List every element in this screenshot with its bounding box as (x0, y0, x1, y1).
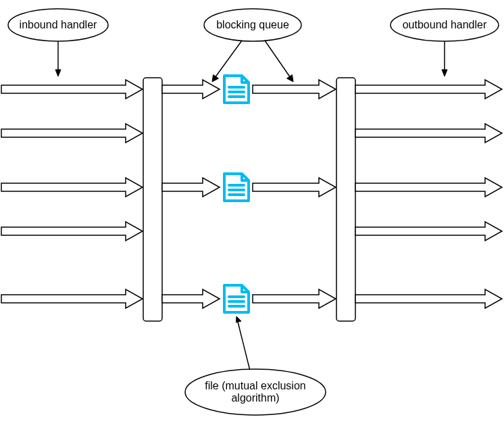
svg-line-20 (238, 322, 250, 370)
document-icon (224, 174, 249, 201)
svg-marker-10 (442, 70, 447, 76)
file-ellipse: file (mutual exclusion algorithm) (185, 369, 326, 415)
file-label-line2: algorithm) (231, 392, 279, 404)
outbound-handler-label: outbound handler (403, 19, 487, 30)
document-icon (224, 285, 249, 312)
connector-file (236, 316, 251, 370)
blocking-queue-ellipse: blocking queue (204, 9, 301, 41)
connector-inbound (55, 41, 61, 76)
document-icon (224, 76, 249, 103)
outbound-handler-ellipse: outbound handler (390, 9, 499, 41)
outbound-arrows (355, 80, 502, 308)
outbound-queue-rect (336, 78, 355, 321)
svg-marker-4 (55, 70, 61, 76)
connector-outbound (442, 41, 447, 76)
inbound-handler-ellipse: inbound handler (8, 9, 108, 41)
connector-blocking-right (265, 41, 293, 82)
svg-marker-8 (287, 75, 294, 82)
svg-line-5 (215, 41, 242, 78)
svg-marker-6 (212, 75, 219, 82)
inbound-queue-rect (143, 78, 162, 321)
inbound-handler-label: inbound handler (20, 19, 97, 30)
diagram: inbound handler blocking queue outbound … (0, 0, 504, 434)
file-label-line1: file (mutual exclusion (205, 380, 305, 391)
svg-line-7 (265, 41, 291, 78)
svg-marker-21 (236, 316, 242, 322)
inbound-arrows (1, 80, 143, 308)
blocking-queue-label: blocking queue (216, 19, 289, 30)
